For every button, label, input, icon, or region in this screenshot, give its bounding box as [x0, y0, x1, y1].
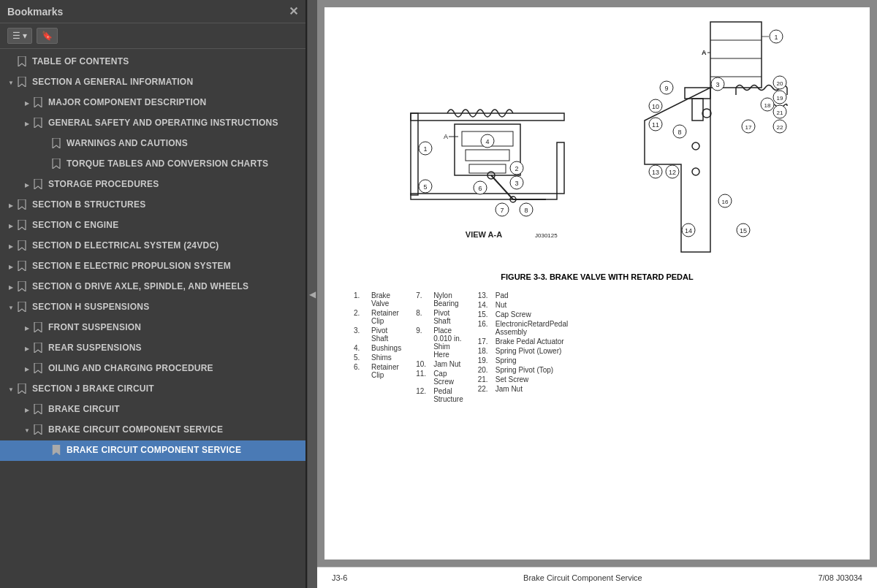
pdf-content: 1 4 5 6 2: [317, 0, 877, 567]
expand-arrow-front-suspension[interactable]: [22, 325, 32, 332]
parts-list: 1.Brake Valve2.Retainer Clip3.Pivot Shaf…: [339, 286, 855, 405]
expand-arrow-section-h[interactable]: [6, 305, 16, 311]
bookmark-label-torque: TORQUE TABLES AND CONVERSION CHARTS: [67, 159, 300, 170]
svg-text:11: 11: [652, 121, 659, 129]
parts-list-item: 4.Bushings: [354, 344, 401, 352]
expand-arrow-rear-suspension[interactable]: [22, 345, 32, 352]
close-button[interactable]: ✕: [289, 4, 298, 18]
bookmark-item-storage[interactable]: STORAGE PROCEDURES: [0, 175, 305, 195]
bookmarks-list: TABLE OF CONTENTSSECTION A GENERAL INFOR…: [0, 49, 305, 588]
bookmark-item-section-g[interactable]: SECTION G DRIVE AXLE, SPINDLE, AND WHEEL…: [0, 277, 305, 297]
bookmark-item-brake-component-service-sub[interactable]: BRAKE CIRCUIT COMPONENT SERVICE: [0, 440, 305, 461]
expand-arrow-section-d[interactable]: [6, 243, 16, 250]
bookmark-item-section-c[interactable]: SECTION C ENGINE: [0, 215, 305, 236]
expand-arrow-section-b[interactable]: [6, 202, 16, 209]
bookmark-item-section-a[interactable]: SECTION A GENERAL INFORMATION: [0, 72, 305, 93]
svg-text:1: 1: [774, 34, 778, 41]
bookmark-label-warnings: WARNINGS AND CAUTIONS: [67, 138, 300, 150]
bookmark-item-major-component[interactable]: MAJOR COMPONENT DESCRIPTION: [0, 93, 305, 113]
bookmark-item-section-d[interactable]: SECTION D ELECTRICAL SYSTEM (24VDC): [0, 236, 305, 256]
bookmark-item-front-suspension[interactable]: FRONT SUSPENSION: [0, 318, 305, 338]
bookmark-item-torque[interactable]: TORQUE TABLES AND CONVERSION CHARTS: [0, 154, 305, 175]
parts-list-item: 10.Jam Nut: [416, 360, 463, 368]
bookmark-icon-section-g: [18, 281, 28, 294]
bookmark-label-front-suspension: FRONT SUSPENSION: [48, 322, 300, 334]
svg-text:3: 3: [515, 180, 518, 187]
right-diagram: A: [623, 18, 791, 267]
expand-arrow-section-g[interactable]: [6, 284, 16, 291]
expand-arrow-storage[interactable]: [22, 182, 32, 188]
bookmark-label-section-h: SECTION H SUSPENSIONS: [32, 302, 300, 313]
bookmark-icon-section-h: [18, 302, 28, 314]
expand-arrow-section-e[interactable]: [6, 264, 16, 270]
parts-list-item: 20.Spring Pivot (Top): [478, 366, 569, 374]
bookmark-icon-oiling: [34, 363, 44, 375]
expand-arrow-brake-circuit[interactable]: [22, 407, 32, 413]
parts-list-item: 6.Retainer Clip: [354, 363, 401, 379]
view-options-button[interactable]: ☰ ▾: [7, 28, 32, 44]
bookmark-icon-brake-component-service-sub: [52, 445, 62, 457]
parts-list-item: 13.Pad: [478, 291, 569, 299]
expand-arrow-oiling[interactable]: [22, 366, 32, 373]
bookmark-expand-button[interactable]: 🔖: [37, 28, 58, 44]
parts-list-item: 17.Brake Pedal Actuator: [478, 337, 569, 345]
expand-arrow-section-j[interactable]: [6, 386, 16, 393]
bookmark-item-section-h[interactable]: SECTION H SUSPENSIONS: [0, 297, 305, 318]
svg-text:19: 19: [777, 95, 783, 102]
bookmark-label-section-a: SECTION A GENERAL INFORMATION: [32, 77, 300, 88]
parts-list-item: 5.Shims: [354, 354, 401, 362]
parts-list-item: 14.Nut: [478, 301, 569, 309]
svg-rect-39: [692, 99, 703, 121]
expand-arrow-brake-component-service[interactable]: [22, 427, 32, 434]
footer-page: J3-6: [332, 573, 347, 582]
svg-text:VIEW A-A: VIEW A-A: [466, 230, 502, 239]
bookmark-icon-section-c: [18, 220, 28, 232]
bookmark-item-warnings[interactable]: WARNINGS AND CAUTIONS: [0, 134, 305, 154]
svg-text:A: A: [444, 133, 448, 140]
bookmark-item-brake-circuit[interactable]: BRAKE CIRCUIT: [0, 400, 305, 420]
svg-text:2: 2: [515, 165, 518, 172]
bookmark-item-toc[interactable]: TABLE OF CONTENTS: [0, 52, 305, 72]
svg-text:13: 13: [652, 169, 659, 176]
bookmark-item-rear-suspension[interactable]: REAR SUSPENSIONS: [0, 338, 305, 359]
expand-arrow-section-a[interactable]: [6, 80, 16, 86]
bookmarks-title: Bookmarks: [7, 6, 63, 18]
collapse-handle[interactable]: ◀: [307, 0, 317, 588]
bookmark-item-section-b[interactable]: SECTION B STRUCTURES: [0, 195, 305, 215]
bookmark-item-brake-component-service[interactable]: BRAKE CIRCUIT COMPONENT SERVICE: [0, 420, 305, 440]
bookmark-item-oiling[interactable]: OILING AND CHARGING PROCEDURE: [0, 359, 305, 379]
expand-arrow-general-safety[interactable]: [22, 121, 32, 127]
figure-drawing: 1 4 5 6 2: [339, 18, 855, 267]
svg-rect-1: [411, 113, 418, 195]
bookmark-item-section-j[interactable]: SECTION J BRAKE CIRCUIT: [0, 379, 305, 400]
svg-text:3: 3: [715, 81, 719, 88]
bookmark-icon-section-j: [18, 383, 28, 396]
parts-list-item: 11.Cap Screw: [416, 370, 463, 386]
bookmark-label-section-c: SECTION C ENGINE: [32, 220, 300, 232]
svg-text:A: A: [702, 49, 707, 56]
expand-arrow-major-component[interactable]: [22, 100, 32, 107]
svg-point-43: [692, 142, 699, 150]
figure-container: 1 4 5 6 2: [339, 18, 855, 405]
bookmark-item-section-e[interactable]: SECTION E ELECTRIC PROPULSION SYSTEM: [0, 256, 305, 277]
bookmark-item-general-safety[interactable]: GENERAL SAFETY AND OPERATING INSTRUCTION…: [0, 113, 305, 134]
expand-arrow-section-c[interactable]: [6, 223, 16, 229]
bookmarks-toolbar: ☰ ▾ 🔖: [0, 23, 305, 49]
svg-point-44: [692, 168, 699, 175]
bookmark-icon-torque: [52, 159, 62, 171]
svg-text:15: 15: [740, 227, 747, 234]
bookmark-label-section-g: SECTION G DRIVE AXLE, SPINDLE, AND WHEEL…: [32, 281, 300, 293]
svg-rect-6: [466, 150, 509, 161]
parts-list-item: 8.Pivot Shaft: [416, 309, 463, 325]
bookmark-icon-general-safety: [34, 118, 44, 130]
svg-text:7: 7: [500, 207, 504, 214]
bookmark-label-section-e: SECTION E ELECTRIC PROPULSION SYSTEM: [32, 261, 300, 272]
bookmark-label-general-safety: GENERAL SAFETY AND OPERATING INSTRUCTION…: [48, 118, 300, 129]
parts-list-item: 2.Retainer Clip: [354, 309, 401, 325]
bookmark-label-brake-component-service-sub: BRAKE CIRCUIT COMPONENT SERVICE: [67, 445, 300, 457]
svg-text:6: 6: [478, 185, 482, 192]
parts-list-item: 3.Pivot Shaft: [354, 327, 401, 343]
svg-text:8: 8: [677, 129, 681, 136]
pdf-footer: J3-6 Brake Circuit Component Service 7/0…: [317, 567, 877, 588]
bookmark-icon-major-component: [34, 97, 44, 110]
